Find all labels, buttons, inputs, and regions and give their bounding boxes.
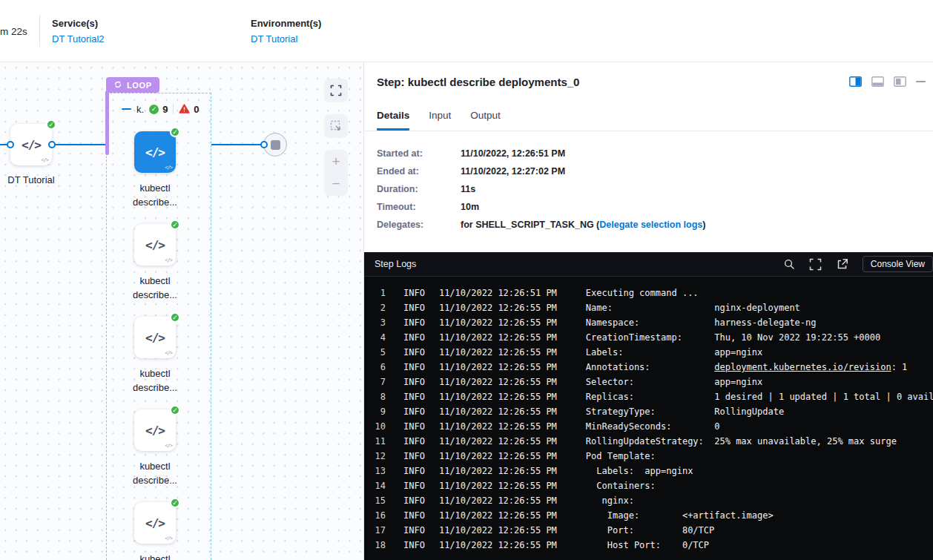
left-panel-view-icon[interactable] bbox=[894, 76, 906, 87]
tab-input[interactable]: Input bbox=[429, 110, 451, 131]
bottom-split-view-icon[interactable] bbox=[871, 76, 884, 87]
collapse-group-icon[interactable] bbox=[122, 108, 131, 111]
log-message: Host Port: 0/TCP bbox=[586, 540, 709, 550]
step-node-label: kubectldescribe... bbox=[111, 274, 200, 302]
connector-dot[interactable] bbox=[260, 141, 268, 148]
log-timestamp: 11/10/2022 12:26:55 PM bbox=[439, 540, 557, 550]
log-timestamp: 11/10/2022 12:26:55 PM bbox=[439, 406, 557, 417]
detail-label: Started at: bbox=[377, 148, 461, 159]
log-line-number: 17 bbox=[364, 525, 386, 536]
logs-console[interactable]: 1 INFO 11/10/2022 12:26:51 PM Executing … bbox=[364, 277, 933, 560]
step-node-kubectl-describe[interactable]: </> </> ✓ bbox=[134, 409, 176, 451]
log-message: StrategyType: RollingUpdate bbox=[586, 406, 784, 417]
edge-line bbox=[211, 144, 265, 145]
log-message: RollingUpdateStrategy: 25% max unavailab… bbox=[586, 436, 897, 447]
step-tabs: DetailsInputOutput bbox=[364, 110, 933, 131]
log-line-number: 3 bbox=[364, 317, 386, 328]
log-message: Labels: app=nginx bbox=[586, 466, 693, 476]
step-logs-title: Step Logs bbox=[375, 259, 416, 269]
open-in-new-tab-icon[interactable] bbox=[836, 258, 848, 271]
log-line-number: 5 bbox=[364, 347, 386, 358]
step-node-kubectl-describe[interactable]: </> </> ✓ bbox=[134, 502, 176, 544]
log-message: Executing command ... bbox=[586, 288, 699, 298]
pipeline-canvas[interactable]: LOOP k. ✓ 9 0 </> </> ✓ DT Tutorial </> … bbox=[0, 62, 364, 560]
log-timestamp: 11/10/2022 12:26:55 PM bbox=[439, 466, 557, 476]
success-check-icon: ✓ bbox=[46, 119, 56, 130]
code-mini-icon: </> bbox=[165, 165, 172, 171]
log-message: Labels: app=nginx bbox=[586, 347, 762, 358]
logs-fullscreen-icon[interactable] bbox=[809, 258, 822, 271]
log-line: 4 INFO 11/10/2022 12:26:55 PM CreationTi… bbox=[364, 330, 933, 345]
log-line-number: 9 bbox=[364, 406, 386, 417]
log-level: INFO bbox=[403, 362, 425, 372]
detail-row: Timeout: 10m bbox=[377, 202, 933, 212]
log-line: 16 INFO 11/10/2022 12:26:55 PM Image: <+… bbox=[364, 508, 933, 523]
connector-dot[interactable] bbox=[7, 141, 14, 148]
log-line: 9 INFO 11/10/2022 12:26:55 PM StrategyTy… bbox=[364, 404, 933, 419]
log-line: 17 INFO 11/10/2022 12:26:55 PM Port: 80/… bbox=[364, 523, 933, 538]
service-link[interactable]: DT Tutorial2 bbox=[52, 33, 105, 45]
console-view-button[interactable]: Console View bbox=[863, 256, 933, 272]
service-label: Service(s) bbox=[52, 18, 105, 29]
log-level: INFO bbox=[403, 377, 425, 387]
success-check-icon: ✓ bbox=[170, 498, 180, 508]
code-mini-icon: </> bbox=[165, 257, 172, 263]
step-node-kubectl-describe[interactable]: </> </> ✓ bbox=[134, 317, 176, 358]
detail-row: Duration: 11s bbox=[377, 184, 933, 194]
log-link[interactable]: deployment.kubernetes.io/revision bbox=[714, 362, 891, 372]
failed-count-group: 0 bbox=[179, 104, 199, 115]
log-line: 8 INFO 11/10/2022 12:26:55 PM Replicas: … bbox=[364, 389, 933, 404]
connector-dot[interactable] bbox=[48, 141, 56, 148]
log-level: INFO bbox=[403, 451, 425, 461]
success-check-icon: ✓ bbox=[170, 312, 180, 323]
loop-badge-label: LOOP bbox=[127, 81, 152, 90]
step-title: Step: kubectl describe deployments_0 bbox=[377, 76, 579, 88]
detail-value: 11/10/2022, 12:27:02 PM bbox=[461, 166, 565, 177]
code-mini-icon: </> bbox=[41, 157, 48, 163]
step-node-kubectl-describe[interactable]: </> </> ✓ bbox=[134, 224, 176, 266]
log-message: Namespace: harness-delegate-ng bbox=[586, 317, 817, 328]
detail-row: Started at: 11/10/2022, 12:26:51 PM bbox=[377, 148, 933, 159]
delegate-selection-logs-link[interactable]: Delegate selection logs bbox=[599, 220, 702, 230]
loop-badge[interactable]: LOOP bbox=[106, 77, 159, 93]
step-node-kubectl-describe[interactable]: </> </> ✓ bbox=[134, 131, 176, 173]
step-node-label: kubectldescribe... bbox=[111, 366, 200, 395]
canvas-fullscreen-button[interactable] bbox=[324, 79, 348, 102]
log-line: 2 INFO 11/10/2022 12:26:55 PM Name: ngin… bbox=[364, 300, 933, 315]
log-line-number: 14 bbox=[364, 481, 386, 491]
log-message: Pod Template: bbox=[586, 451, 656, 461]
minimize-panel-icon[interactable] bbox=[916, 80, 926, 83]
step-node-label: kubectldescribe... bbox=[111, 459, 200, 487]
log-line-number: 15 bbox=[364, 495, 386, 506]
canvas-marquee-select-button[interactable] bbox=[324, 114, 348, 138]
log-level: INFO bbox=[403, 510, 425, 521]
zoom-in-button[interactable]: + bbox=[332, 151, 340, 172]
detail-label: Delegates: bbox=[377, 220, 461, 230]
right-split-view-icon[interactable] bbox=[849, 76, 862, 87]
search-logs-icon[interactable] bbox=[783, 258, 795, 270]
log-line: 10 INFO 11/10/2022 12:26:55 PM MinReadyS… bbox=[364, 419, 933, 434]
tab-output[interactable]: Output bbox=[470, 110, 501, 131]
log-level: INFO bbox=[403, 466, 425, 476]
tab-details[interactable]: Details bbox=[377, 110, 409, 131]
loop-icon bbox=[113, 80, 122, 90]
log-timestamp: 11/10/2022 12:26:55 PM bbox=[439, 392, 557, 402]
stage-node-dt-tutorial[interactable]: </> </> ✓ bbox=[10, 124, 52, 165]
step-logs-header: Step Logs Console View bbox=[364, 252, 933, 277]
environment-link[interactable]: DT Tutorial bbox=[251, 33, 321, 45]
log-level: INFO bbox=[403, 288, 425, 298]
detail-label: Duration: bbox=[377, 184, 461, 194]
log-timestamp: 11/10/2022 12:26:55 PM bbox=[439, 495, 557, 506]
step-logs-section: Step Logs Console View 1 INFO 11/10/2022… bbox=[364, 252, 933, 560]
detail-value: 11s bbox=[461, 184, 475, 194]
log-line-number: 10 bbox=[364, 421, 386, 432]
log-timestamp: 11/10/2022 12:26:55 PM bbox=[439, 421, 557, 432]
log-line-number: 6 bbox=[364, 362, 386, 372]
marquee-select-icon bbox=[330, 120, 342, 132]
log-timestamp: 11/10/2022 12:26:55 PM bbox=[439, 481, 557, 491]
zoom-out-button[interactable]: − bbox=[332, 174, 340, 194]
fullscreen-icon bbox=[330, 85, 342, 96]
execution-header-bar: m 22s Service(s) DT Tutorial2 Environmen… bbox=[0, 0, 933, 62]
log-timestamp: 11/10/2022 12:26:55 PM bbox=[439, 525, 557, 536]
log-line: 3 INFO 11/10/2022 12:26:55 PM Namespace:… bbox=[364, 315, 933, 330]
